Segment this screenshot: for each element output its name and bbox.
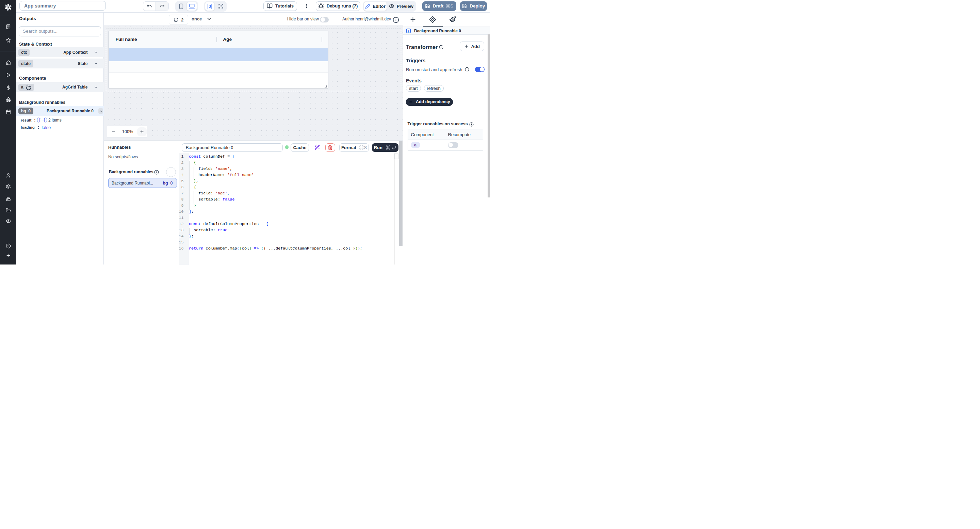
svg-text:f: f [408, 29, 409, 33]
